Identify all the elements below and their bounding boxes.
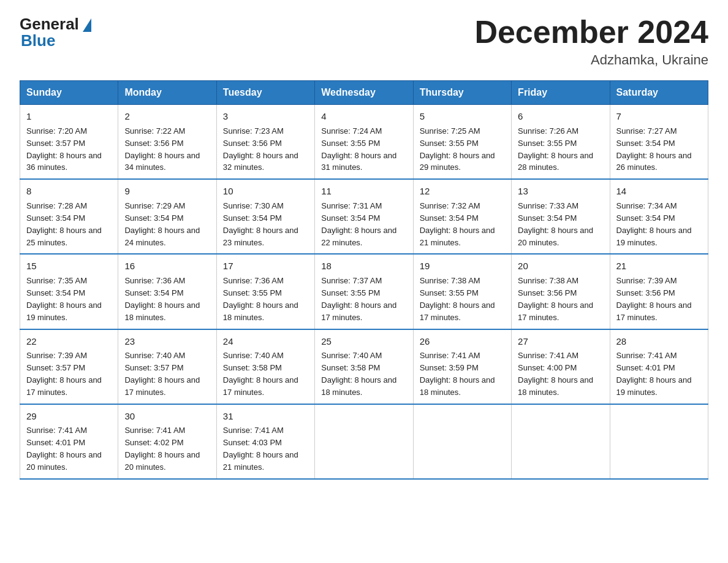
- calendar-day-cell: 19Sunrise: 7:38 AMSunset: 3:55 PMDayligh…: [413, 254, 511, 329]
- day-number: 31: [223, 410, 308, 423]
- calendar-day-cell: 3Sunrise: 7:23 AMSunset: 3:56 PMDaylight…: [216, 105, 314, 180]
- day-info: Sunrise: 7:22 AMSunset: 3:56 PMDaylight:…: [124, 126, 200, 172]
- calendar-day-cell: 20Sunrise: 7:38 AMSunset: 3:56 PMDayligh…: [512, 254, 610, 329]
- title-block: December 2024 Adzhamka, Ukraine: [474, 15, 708, 68]
- day-number: 3: [223, 110, 308, 123]
- calendar-day-cell: 15Sunrise: 7:35 AMSunset: 3:54 PMDayligh…: [20, 254, 118, 329]
- day-number: 21: [616, 259, 702, 273]
- day-info: Sunrise: 7:33 AMSunset: 3:54 PMDaylight:…: [518, 201, 593, 247]
- day-number: 22: [26, 335, 112, 348]
- calendar-day-cell: 26Sunrise: 7:41 AMSunset: 3:59 PMDayligh…: [413, 329, 511, 404]
- day-number: 27: [518, 335, 603, 348]
- day-number: 12: [420, 185, 505, 198]
- day-info: Sunrise: 7:40 AMSunset: 3:57 PMDaylight:…: [124, 351, 200, 397]
- day-info: Sunrise: 7:24 AMSunset: 3:55 PMDaylight:…: [321, 126, 396, 172]
- calendar-day-cell: [512, 404, 610, 479]
- calendar-week-row: 22Sunrise: 7:39 AMSunset: 3:57 PMDayligh…: [20, 329, 708, 404]
- day-info: Sunrise: 7:41 AMSunset: 4:02 PMDaylight:…: [124, 426, 200, 472]
- day-number: 5: [420, 110, 505, 123]
- day-info: Sunrise: 7:40 AMSunset: 3:58 PMDaylight:…: [321, 351, 396, 397]
- day-info: Sunrise: 7:41 AMSunset: 4:03 PMDaylight:…: [223, 426, 298, 472]
- calendar-day-cell: 28Sunrise: 7:41 AMSunset: 4:01 PMDayligh…: [610, 329, 708, 404]
- day-number: 8: [26, 185, 112, 198]
- calendar-day-cell: 23Sunrise: 7:40 AMSunset: 3:57 PMDayligh…: [118, 329, 216, 404]
- page-header: General Blue December 2024 Adzhamka, Ukr…: [20, 15, 708, 68]
- calendar-day-header: Saturday: [610, 81, 708, 105]
- calendar-week-row: 8Sunrise: 7:28 AMSunset: 3:54 PMDaylight…: [20, 179, 708, 254]
- day-number: 13: [518, 185, 603, 198]
- day-number: 29: [26, 410, 112, 423]
- day-info: Sunrise: 7:39 AMSunset: 3:57 PMDaylight:…: [26, 351, 102, 397]
- calendar-day-cell: 27Sunrise: 7:41 AMSunset: 4:00 PMDayligh…: [512, 329, 610, 404]
- day-number: 4: [321, 110, 406, 123]
- day-info: Sunrise: 7:23 AMSunset: 3:56 PMDaylight:…: [223, 126, 298, 172]
- calendar-day-cell: [315, 404, 413, 479]
- calendar-day-cell: 17Sunrise: 7:36 AMSunset: 3:55 PMDayligh…: [216, 254, 314, 329]
- calendar-table: SundayMondayTuesdayWednesdayThursdayFrid…: [20, 80, 708, 480]
- calendar-day-cell: 9Sunrise: 7:29 AMSunset: 3:54 PMDaylight…: [118, 179, 216, 254]
- calendar-day-cell: 14Sunrise: 7:34 AMSunset: 3:54 PMDayligh…: [610, 179, 708, 254]
- calendar-day-cell: [413, 404, 511, 479]
- calendar-day-cell: 22Sunrise: 7:39 AMSunset: 3:57 PMDayligh…: [20, 329, 118, 404]
- calendar-day-cell: 21Sunrise: 7:39 AMSunset: 3:56 PMDayligh…: [610, 254, 708, 329]
- day-number: 14: [616, 185, 702, 198]
- day-number: 6: [518, 110, 603, 123]
- calendar-day-cell: 1Sunrise: 7:20 AMSunset: 3:57 PMDaylight…: [20, 105, 118, 180]
- calendar-day-cell: 12Sunrise: 7:32 AMSunset: 3:54 PMDayligh…: [413, 179, 511, 254]
- day-info: Sunrise: 7:28 AMSunset: 3:54 PMDaylight:…: [26, 201, 102, 247]
- calendar-day-cell: 13Sunrise: 7:33 AMSunset: 3:54 PMDayligh…: [512, 179, 610, 254]
- day-info: Sunrise: 7:36 AMSunset: 3:54 PMDaylight:…: [124, 276, 200, 322]
- day-number: 17: [223, 259, 308, 273]
- day-number: 28: [616, 335, 702, 348]
- day-number: 18: [321, 259, 406, 273]
- day-number: 23: [124, 335, 210, 348]
- day-info: Sunrise: 7:25 AMSunset: 3:55 PMDaylight:…: [420, 126, 495, 172]
- day-number: 16: [124, 259, 210, 273]
- day-info: Sunrise: 7:41 AMSunset: 3:59 PMDaylight:…: [420, 351, 495, 397]
- day-info: Sunrise: 7:32 AMSunset: 3:54 PMDaylight:…: [420, 201, 495, 247]
- location-subtitle: Adzhamka, Ukraine: [474, 52, 708, 68]
- calendar-day-cell: 24Sunrise: 7:40 AMSunset: 3:58 PMDayligh…: [216, 329, 314, 404]
- calendar-day-cell: 18Sunrise: 7:37 AMSunset: 3:55 PMDayligh…: [315, 254, 413, 329]
- day-number: 25: [321, 335, 406, 348]
- calendar-header-row: SundayMondayTuesdayWednesdayThursdayFrid…: [20, 81, 708, 105]
- calendar-day-cell: 7Sunrise: 7:27 AMSunset: 3:54 PMDaylight…: [610, 105, 708, 180]
- day-number: 2: [124, 110, 210, 123]
- calendar-day-header: Thursday: [413, 81, 511, 105]
- day-number: 9: [124, 185, 210, 198]
- calendar-day-cell: 10Sunrise: 7:30 AMSunset: 3:54 PMDayligh…: [216, 179, 314, 254]
- day-info: Sunrise: 7:20 AMSunset: 3:57 PMDaylight:…: [26, 126, 102, 172]
- calendar-day-cell: 6Sunrise: 7:26 AMSunset: 3:55 PMDaylight…: [512, 105, 610, 180]
- day-info: Sunrise: 7:35 AMSunset: 3:54 PMDaylight:…: [26, 276, 102, 322]
- calendar-day-cell: 11Sunrise: 7:31 AMSunset: 3:54 PMDayligh…: [315, 179, 413, 254]
- day-info: Sunrise: 7:30 AMSunset: 3:54 PMDaylight:…: [223, 201, 298, 247]
- calendar-day-cell: 29Sunrise: 7:41 AMSunset: 4:01 PMDayligh…: [20, 404, 118, 479]
- day-info: Sunrise: 7:36 AMSunset: 3:55 PMDaylight:…: [223, 276, 298, 322]
- day-number: 1: [26, 110, 112, 123]
- day-info: Sunrise: 7:26 AMSunset: 3:55 PMDaylight:…: [518, 126, 593, 172]
- day-number: 20: [518, 259, 603, 273]
- day-number: 7: [616, 110, 702, 123]
- calendar-day-cell: [610, 404, 708, 479]
- calendar-day-header: Friday: [512, 81, 610, 105]
- day-info: Sunrise: 7:38 AMSunset: 3:56 PMDaylight:…: [518, 276, 593, 322]
- day-info: Sunrise: 7:41 AMSunset: 4:01 PMDaylight:…: [616, 351, 692, 397]
- day-number: 19: [420, 259, 505, 273]
- day-info: Sunrise: 7:29 AMSunset: 3:54 PMDaylight:…: [124, 201, 200, 247]
- calendar-week-row: 29Sunrise: 7:41 AMSunset: 4:01 PMDayligh…: [20, 404, 708, 479]
- calendar-day-cell: 4Sunrise: 7:24 AMSunset: 3:55 PMDaylight…: [315, 105, 413, 180]
- day-info: Sunrise: 7:41 AMSunset: 4:01 PMDaylight:…: [26, 426, 102, 472]
- calendar-day-cell: 31Sunrise: 7:41 AMSunset: 4:03 PMDayligh…: [216, 404, 314, 479]
- day-info: Sunrise: 7:34 AMSunset: 3:54 PMDaylight:…: [616, 201, 692, 247]
- calendar-day-cell: 5Sunrise: 7:25 AMSunset: 3:55 PMDaylight…: [413, 105, 511, 180]
- logo: General Blue: [20, 15, 91, 50]
- calendar-day-header: Sunday: [20, 81, 118, 105]
- day-number: 24: [223, 335, 308, 348]
- day-number: 10: [223, 185, 308, 198]
- logo-blue-text: Blue: [21, 31, 55, 50]
- month-title: December 2024: [474, 15, 708, 50]
- day-number: 11: [321, 185, 406, 198]
- calendar-day-cell: 30Sunrise: 7:41 AMSunset: 4:02 PMDayligh…: [118, 404, 216, 479]
- calendar-week-row: 1Sunrise: 7:20 AMSunset: 3:57 PMDaylight…: [20, 105, 708, 180]
- calendar-day-cell: 25Sunrise: 7:40 AMSunset: 3:58 PMDayligh…: [315, 329, 413, 404]
